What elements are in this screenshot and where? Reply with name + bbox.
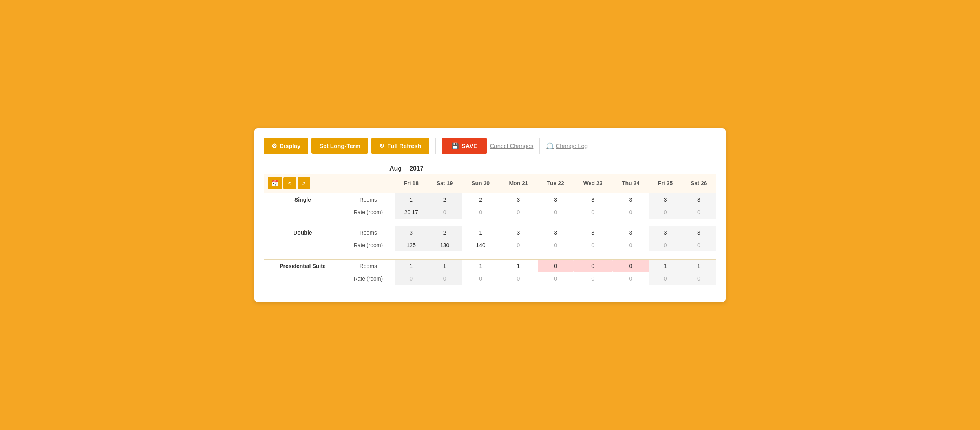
pres-rooms-mon21[interactable]: 1 bbox=[499, 259, 538, 272]
row-label-rooms-double: Rooms bbox=[342, 226, 395, 239]
single-rate-mon21[interactable]: 0 bbox=[499, 206, 538, 219]
single-rooms-fri25[interactable]: 3 bbox=[649, 193, 682, 206]
col-header-thu24: Thu 24 bbox=[612, 174, 649, 193]
table-row: Presidential Suite Rooms 1 1 1 1 0 0 0 1… bbox=[264, 259, 716, 272]
single-rate-thu24[interactable]: 0 bbox=[612, 206, 649, 219]
col-header-mon21: Mon 21 bbox=[499, 174, 538, 193]
row-label-rooms: Rooms bbox=[342, 193, 395, 206]
save-icon: 💾 bbox=[452, 142, 459, 149]
prev-button[interactable]: < bbox=[283, 177, 296, 189]
room-type-single: Single bbox=[264, 193, 342, 219]
next-button[interactable]: > bbox=[298, 177, 310, 189]
single-rate-fri18[interactable]: 20.17 bbox=[395, 206, 428, 219]
full-refresh-label: Full Refresh bbox=[387, 142, 421, 149]
cancel-changes-label: Cancel Changes bbox=[490, 142, 534, 149]
refresh-icon: ↻ bbox=[379, 142, 384, 149]
pres-rate-tue22[interactable]: 0 bbox=[538, 272, 574, 285]
double-rate-sun20[interactable]: 140 bbox=[462, 239, 499, 251]
single-rooms-fri18[interactable]: 1 bbox=[395, 193, 428, 206]
display-button[interactable]: ⚙ Display bbox=[264, 138, 308, 154]
divider-1 bbox=[435, 138, 436, 154]
single-rate-sat19[interactable]: 0 bbox=[428, 206, 462, 219]
row-label-rooms-presidential: Rooms bbox=[342, 259, 395, 272]
double-rooms-fri25[interactable]: 3 bbox=[649, 226, 682, 239]
double-rate-thu24[interactable]: 0 bbox=[612, 239, 649, 251]
pres-rooms-sat19[interactable]: 1 bbox=[428, 259, 462, 272]
pres-rooms-wed23[interactable]: 0 bbox=[574, 259, 612, 272]
pres-rate-wed23[interactable]: 0 bbox=[574, 272, 612, 285]
pres-rooms-sat26[interactable]: 1 bbox=[682, 259, 716, 272]
single-rooms-thu24[interactable]: 3 bbox=[612, 193, 649, 206]
pres-rate-fri18[interactable]: 0 bbox=[395, 272, 428, 285]
single-rate-sat26[interactable]: 0 bbox=[682, 206, 716, 219]
double-rooms-sat26[interactable]: 3 bbox=[682, 226, 716, 239]
double-rate-sat19[interactable]: 130 bbox=[428, 239, 462, 251]
single-rate-tue22[interactable]: 0 bbox=[538, 206, 574, 219]
spacer-row bbox=[264, 219, 716, 226]
col-header-sun20: Sun 20 bbox=[462, 174, 499, 193]
cancel-changes-button[interactable]: Cancel Changes bbox=[490, 142, 534, 149]
save-label: SAVE bbox=[462, 142, 477, 149]
double-rate-tue22[interactable]: 0 bbox=[538, 239, 574, 251]
month-year-header: Aug 2017 bbox=[389, 165, 716, 172]
room-type-presidential: Presidential Suite bbox=[264, 259, 342, 285]
display-label: Display bbox=[280, 142, 300, 149]
single-rate-sun20[interactable]: 0 bbox=[462, 206, 499, 219]
col-header-sat19: Sat 19 bbox=[428, 174, 462, 193]
pres-rooms-fri25[interactable]: 1 bbox=[649, 259, 682, 272]
pres-rate-fri25[interactable]: 0 bbox=[649, 272, 682, 285]
pres-rate-mon21[interactable]: 0 bbox=[499, 272, 538, 285]
double-rate-fri18[interactable]: 125 bbox=[395, 239, 428, 251]
col-header-tue22: Tue 22 bbox=[538, 174, 574, 193]
pres-rate-sun20[interactable]: 0 bbox=[462, 272, 499, 285]
double-rooms-sat19[interactable]: 2 bbox=[428, 226, 462, 239]
month-label: Aug bbox=[389, 165, 402, 172]
divider-2 bbox=[539, 138, 540, 154]
pres-rooms-sun20[interactable]: 1 bbox=[462, 259, 499, 272]
save-button[interactable]: 💾 SAVE bbox=[442, 138, 487, 154]
single-rooms-mon21[interactable]: 3 bbox=[499, 193, 538, 206]
set-long-term-button[interactable]: Set Long-Term bbox=[311, 138, 368, 154]
double-rate-sat26[interactable]: 0 bbox=[682, 239, 716, 251]
single-rooms-tue22[interactable]: 3 bbox=[538, 193, 574, 206]
main-container: ⚙ Display Set Long-Term ↻ Full Refresh 💾… bbox=[254, 128, 726, 302]
double-rooms-mon21[interactable]: 3 bbox=[499, 226, 538, 239]
nav-controls-header: 📅 < > bbox=[264, 174, 395, 193]
pres-rooms-thu24[interactable]: 0 bbox=[612, 259, 649, 272]
pres-rooms-tue22[interactable]: 0 bbox=[538, 259, 574, 272]
double-rooms-tue22[interactable]: 3 bbox=[538, 226, 574, 239]
change-log-button[interactable]: 🕐 Change Log bbox=[546, 142, 588, 149]
toolbar: ⚙ Display Set Long-Term ↻ Full Refresh 💾… bbox=[264, 138, 716, 154]
table-row: Single Rooms 1 2 2 3 3 3 3 3 3 bbox=[264, 193, 716, 206]
room-type-double: Double bbox=[264, 226, 342, 252]
single-rate-wed23[interactable]: 0 bbox=[574, 206, 612, 219]
double-rate-fri25[interactable]: 0 bbox=[649, 239, 682, 251]
pres-rate-sat19[interactable]: 0 bbox=[428, 272, 462, 285]
row-label-rate-double: Rate (room) bbox=[342, 239, 395, 251]
double-rooms-fri18[interactable]: 3 bbox=[395, 226, 428, 239]
double-rooms-wed23[interactable]: 3 bbox=[574, 226, 612, 239]
double-rate-mon21[interactable]: 0 bbox=[499, 239, 538, 251]
table-row: Double Rooms 3 2 1 3 3 3 3 3 3 bbox=[264, 226, 716, 239]
full-refresh-button[interactable]: ↻ Full Refresh bbox=[371, 138, 429, 154]
row-label-rate-presidential: Rate (room) bbox=[342, 272, 395, 285]
pres-rooms-fri18[interactable]: 1 bbox=[395, 259, 428, 272]
col-header-fri18: Fri 18 bbox=[395, 174, 428, 193]
single-rooms-sun20[interactable]: 2 bbox=[462, 193, 499, 206]
single-rate-fri25[interactable]: 0 bbox=[649, 206, 682, 219]
single-rooms-sat26[interactable]: 3 bbox=[682, 193, 716, 206]
double-rooms-thu24[interactable]: 3 bbox=[612, 226, 649, 239]
set-long-term-label: Set Long-Term bbox=[319, 142, 360, 149]
col-header-wed23: Wed 23 bbox=[574, 174, 612, 193]
clock-icon: 🕐 bbox=[546, 142, 554, 149]
double-rooms-sun20[interactable]: 1 bbox=[462, 226, 499, 239]
double-rate-wed23[interactable]: 0 bbox=[574, 239, 612, 251]
single-rooms-sat19[interactable]: 2 bbox=[428, 193, 462, 206]
col-header-fri25: Fri 25 bbox=[649, 174, 682, 193]
single-rooms-wed23[interactable]: 3 bbox=[574, 193, 612, 206]
year-label: 2017 bbox=[410, 165, 424, 172]
calendar-icon: 📅 bbox=[268, 177, 282, 189]
pres-rate-sat26[interactable]: 0 bbox=[682, 272, 716, 285]
pres-rate-thu24[interactable]: 0 bbox=[612, 272, 649, 285]
gear-icon: ⚙ bbox=[272, 142, 277, 149]
